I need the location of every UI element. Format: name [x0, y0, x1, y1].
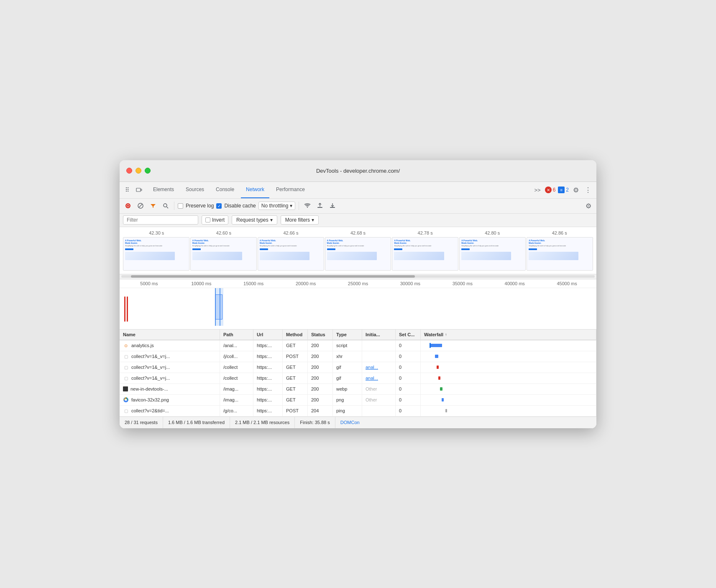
th-path[interactable]: Path: [220, 330, 253, 340]
throttle-select[interactable]: No throttling ▾: [258, 202, 296, 210]
td-type-4: webp: [333, 384, 362, 394]
maximize-button[interactable]: [145, 168, 151, 174]
svg-line-8: [167, 207, 169, 209]
td-status-1: 200: [308, 351, 333, 362]
traffic-lights: [126, 168, 151, 174]
table-row[interactable]: ▢ collect?v=1&_v=j... /collect https:...…: [120, 373, 596, 384]
horizontal-scrollbar[interactable]: [120, 274, 596, 279]
cursor-icon[interactable]: ⠿: [123, 186, 131, 194]
td-type-5: png: [333, 395, 362, 405]
tab-sources[interactable]: Sources: [181, 182, 209, 198]
td-method-1: POST: [283, 351, 308, 362]
device-icon[interactable]: [135, 186, 143, 194]
download-icon[interactable]: [327, 201, 338, 211]
td-status-2: 200: [308, 362, 333, 373]
td-path-4: /imag...: [220, 384, 253, 394]
devtools-window: DevTools - developer.chrome.com/ ⠿ Eleme…: [120, 160, 596, 428]
table-row[interactable]: ▢ collect?v=1&_v=j... /j/coll... https:.…: [120, 351, 596, 362]
th-url[interactable]: Url: [253, 330, 283, 340]
tab-elements[interactable]: Elements: [148, 182, 179, 198]
filter-input[interactable]: [123, 215, 198, 225]
throttle-dropdown-arrow: ▾: [290, 203, 292, 209]
table-row[interactable]: favicon-32x32.png /imag... https:... GET…: [120, 395, 596, 406]
td-name-3: ▢ collect?v=1&_v=j...: [120, 373, 220, 383]
td-method-0: GET: [283, 340, 308, 351]
record-button[interactable]: [123, 201, 133, 211]
preserve-log-label[interactable]: Preserve log: [178, 203, 214, 209]
screenshot-2[interactable]: A Powerful Web.Made Easier. Simplifying …: [258, 237, 324, 271]
domcon-button[interactable]: DOMCon: [335, 420, 365, 425]
titlebar: DevTools - developer.chrome.com/: [120, 160, 596, 182]
th-method[interactable]: Method: [283, 330, 308, 340]
request-types-button[interactable]: Request types ▾: [232, 215, 277, 225]
td-initiator-0: [362, 340, 396, 351]
timeline-canvas[interactable]: [120, 288, 596, 326]
table-row[interactable]: ⊙ analytics.js /anal... https:... GET 20…: [120, 340, 596, 351]
finish-time: Finish: 35.88 s: [295, 417, 335, 428]
svg-point-7: [164, 204, 167, 207]
preserve-log-checkbox[interactable]: [178, 203, 183, 209]
disable-cache-label[interactable]: ✓ Disable cache: [216, 203, 256, 209]
table-row[interactable]: new-in-devtools-... /imag... https:... G…: [120, 384, 596, 395]
screenshot-5[interactable]: A Powerful Web.Made Easier. Simplifying …: [459, 237, 526, 271]
more-filters-button[interactable]: More filters ▾: [281, 215, 319, 225]
tab-console[interactable]: Console: [211, 182, 239, 198]
th-status[interactable]: Status: [308, 330, 333, 340]
clear-button[interactable]: [136, 201, 146, 211]
th-type[interactable]: Type: [333, 330, 362, 340]
td-initiator-6: [362, 406, 396, 416]
td-path-5: /imag...: [220, 395, 253, 405]
screenshot-0[interactable]: A Powerful Web.Made Easier. Simplifying …: [123, 237, 189, 271]
svg-rect-0: [136, 188, 141, 192]
disable-cache-checkbox[interactable]: ✓: [216, 203, 222, 209]
td-waterfall-3: [421, 373, 596, 383]
screenshot-6[interactable]: A Powerful Web.Made Easier. Simplifying …: [527, 237, 593, 271]
toolbar-settings-icon[interactable]: ⚙: [584, 200, 593, 212]
info-badge[interactable]: ≡ 2: [558, 187, 569, 193]
td-initiator-5: Other: [362, 395, 396, 405]
invert-filter-button[interactable]: Invert: [202, 215, 228, 225]
timeline-label-1: 10000 ms: [175, 281, 228, 286]
more-options-icon[interactable]: ⋮: [583, 184, 593, 196]
error-badge[interactable]: ✕ 6: [545, 187, 556, 193]
td-name-2: ▢ collect?v=1&_v=j...: [120, 362, 220, 373]
transferred-size: 1.6 MB / 1.6 MB transferred: [163, 417, 230, 428]
filter-toggle-button[interactable]: [148, 201, 158, 211]
th-setcookies[interactable]: Set C...: [396, 330, 421, 340]
td-type-6: ping: [333, 406, 362, 416]
td-waterfall-6: [421, 406, 596, 416]
td-waterfall-2: [421, 362, 596, 373]
tab-performance[interactable]: Performance: [271, 182, 310, 198]
td-name-4: new-in-devtools-...: [120, 384, 220, 394]
th-name[interactable]: Name: [120, 330, 220, 340]
close-button[interactable]: [126, 168, 132, 174]
th-initiator[interactable]: Initia...: [362, 330, 396, 340]
network-table[interactable]: Name Path Url Method Status Type: [120, 330, 596, 417]
upload-icon[interactable]: [315, 201, 325, 211]
td-path-0: /anal...: [220, 340, 253, 351]
table-row[interactable]: ▢ collect?v=1&_v=j... /collect https:...…: [120, 362, 596, 373]
more-filters-arrow: ▾: [312, 217, 314, 223]
svg-rect-1: [141, 189, 142, 191]
screenshot-4[interactable]: A Powerful Web.Made Easier. Simplifying …: [392, 237, 458, 271]
td-setcookies-6: 0: [396, 406, 421, 416]
td-initiator-4: Other: [362, 384, 396, 394]
search-button[interactable]: [161, 201, 171, 211]
resources-size: 2.1 MB / 2.1 MB resources: [230, 417, 295, 428]
minimize-button[interactable]: [136, 168, 141, 174]
settings-icon[interactable]: ⚙: [571, 184, 580, 196]
request-types-arrow: ▾: [270, 217, 273, 223]
chrome-favicon-icon: [123, 397, 129, 403]
tab-network[interactable]: Network: [241, 182, 269, 198]
doc-file-icon: ▢: [123, 375, 129, 381]
screenshot-1[interactable]: A Powerful Web.Made Easier. Simplifying …: [190, 237, 257, 271]
td-url-6: https:...: [253, 406, 283, 416]
filter-row: Invert Request types ▾ More filters ▾: [120, 214, 596, 227]
table-row[interactable]: ▢ collect?v=2&tid=... /g/co... https:...…: [120, 406, 596, 417]
wifi-icon[interactable]: [302, 201, 312, 211]
more-tabs-button[interactable]: >>: [532, 185, 542, 195]
scroll-thumb[interactable]: [131, 275, 415, 278]
tab-icons: ⠿: [123, 186, 143, 194]
screenshot-3[interactable]: A Powerful Web.Made Easier. Simplifying …: [325, 237, 391, 271]
th-waterfall[interactable]: Waterfall ↑: [421, 330, 596, 340]
